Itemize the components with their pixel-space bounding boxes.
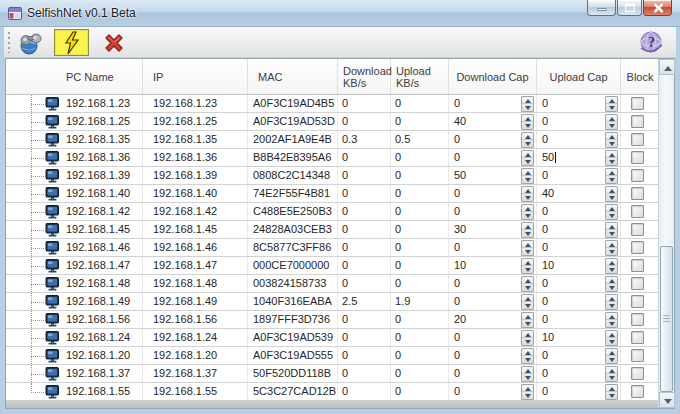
spinner-down-button[interactable] [606,230,617,237]
spinner-up-button[interactable] [522,349,533,357]
table-row[interactable]: 192.168.1.45 192.168.1.45 24828A03CEB3 0… [6,221,659,239]
spinner-down-button[interactable] [606,302,617,309]
spinner-down-button[interactable] [522,320,533,327]
table-row[interactable]: 192.168.1.23 192.168.1.23 A0F3C19AD4B5 0… [6,95,659,113]
spinner-down-button[interactable] [606,356,617,363]
table-row[interactable]: 192.168.1.39 192.168.1.39 0808C2C14348 0… [6,167,659,185]
table-row[interactable]: 192.168.1.46 192.168.1.46 8C5877C3FF86 0… [6,239,659,257]
block-checkbox[interactable] [631,205,644,218]
upload-cap-input[interactable]: 0 [537,239,605,256]
block-checkbox[interactable] [631,259,644,272]
spinner-up-button[interactable] [606,115,617,123]
minimize-button[interactable] [587,0,616,16]
download-cap-input[interactable]: 50 [449,167,521,184]
spinner-down-button[interactable] [606,176,617,183]
table-row[interactable]: 192.168.1.47 192.168.1.47 000CE7000000 0… [6,257,659,275]
spinner-up-button[interactable] [522,331,533,339]
spinner-up-button[interactable] [606,241,617,249]
spinner-down-button[interactable] [606,158,617,165]
column-header-download-kbs[interactable]: Download KB/s [338,59,391,94]
table-row[interactable]: 192.168.1.42 192.168.1.42 C488E5E250B3 0… [6,203,659,221]
spinner-down-button[interactable] [522,248,533,255]
table-row[interactable]: 192.168.1.37 192.168.1.37 50F520DD118B 0… [6,365,659,383]
upload-cap-input[interactable]: 0 [537,131,605,148]
toolbar-grip[interactable] [8,32,11,53]
block-checkbox[interactable] [631,97,644,110]
spinner-down-button[interactable] [522,392,533,399]
table-row[interactable]: 192.168.1.48 192.168.1.48 003824158733 0… [6,275,659,293]
spinner-up-button[interactable] [606,151,617,159]
download-cap-input[interactable]: 0 [449,383,521,400]
download-cap-input[interactable]: 0 [449,185,521,202]
download-cap-input[interactable]: 30 [449,221,521,238]
table-row[interactable]: 192.168.1.36 192.168.1.36 B8B42E8395A6 0… [6,149,659,167]
title-bar[interactable]: SelfishNet v0.1 Beta [0,0,680,27]
spinner-up-button[interactable] [522,115,533,123]
spinner-up-button[interactable] [606,223,617,231]
download-cap-input[interactable]: 40 [449,113,521,130]
column-header-download-cap[interactable]: Download Cap [449,59,537,94]
spinner-up-button[interactable] [522,151,533,159]
spinner-down-button[interactable] [606,248,617,255]
download-cap-input[interactable]: 0 [449,203,521,220]
spinner-down-button[interactable] [522,104,533,111]
upload-cap-input[interactable]: 10 [537,329,605,346]
block-checkbox[interactable] [631,187,644,200]
upload-cap-input[interactable]: 0 [537,311,605,328]
column-header-upload-kbs[interactable]: Upload KB/s [391,59,449,94]
table-row[interactable]: 192.168.1.56 192.168.1.56 1897FFF3D736 0… [6,311,659,329]
spinner-up-button[interactable] [522,313,533,321]
download-cap-input[interactable]: 0 [449,149,521,166]
app-window-icon[interactable] [8,7,22,20]
block-checkbox[interactable] [631,331,644,344]
spinner-up-button[interactable] [522,187,533,195]
spinner-down-button[interactable] [606,320,617,327]
spinner-up-button[interactable] [522,205,533,213]
spinner-down-button[interactable] [522,284,533,291]
scrollbar-thumb[interactable] [660,246,673,392]
table-row[interactable]: 192.168.1.20 192.168.1.20 A0F3C19AD555 0… [6,347,659,365]
block-checkbox[interactable] [631,169,644,182]
column-header-pc-name[interactable]: PC Name [6,59,143,94]
spinner-down-button[interactable] [522,230,533,237]
block-checkbox[interactable] [631,313,644,326]
close-button[interactable] [643,0,672,16]
spinner-up-button[interactable] [606,331,617,339]
scroll-up-button[interactable] [659,59,675,75]
spinner-up-button[interactable] [522,259,533,267]
spinner-down-button[interactable] [522,194,533,201]
block-checkbox[interactable] [631,385,644,398]
block-checkbox[interactable] [631,133,644,146]
table-row[interactable]: 192.168.1.24 192.168.1.24 A0F3C19AD539 0… [6,329,659,347]
upload-cap-input[interactable]: 0 [537,347,605,364]
spinner-down-button[interactable] [606,392,617,399]
upload-cap-input[interactable]: 10 [537,257,605,274]
block-checkbox[interactable] [631,223,644,236]
table-row[interactable]: 192.168.1.35 192.168.1.35 2002AF1A9E4B 0… [6,131,659,149]
spinner-up-button[interactable] [606,277,617,285]
download-cap-input[interactable]: 0 [449,95,521,112]
download-cap-input[interactable]: 0 [449,365,521,382]
spinner-up-button[interactable] [606,367,617,375]
download-cap-input[interactable]: 0 [449,347,521,364]
block-checkbox[interactable] [631,367,644,380]
spinner-up-button[interactable] [606,97,617,105]
spinner-down-button[interactable] [606,374,617,381]
upload-cap-input[interactable]: 0 [537,113,605,130]
download-cap-input[interactable]: 20 [449,311,521,328]
upload-cap-input[interactable]: 0 [537,275,605,292]
spinner-up-button[interactable] [606,205,617,213]
spinner-down-button[interactable] [606,122,617,129]
spinner-up-button[interactable] [606,133,617,141]
download-cap-input[interactable]: 0 [449,131,521,148]
block-checkbox[interactable] [631,277,644,290]
table-row[interactable]: 192.168.1.25 192.168.1.25 A0F3C19AD53D 0… [6,113,659,131]
spinner-down-button[interactable] [522,338,533,345]
upload-cap-input[interactable]: 50 [537,149,605,166]
column-header-block[interactable]: Block [621,59,659,94]
block-checkbox[interactable] [631,151,644,164]
spinner-up-button[interactable] [522,97,533,105]
spinner-up-button[interactable] [606,295,617,303]
spinner-up-button[interactable] [522,295,533,303]
spinner-up-button[interactable] [606,187,617,195]
